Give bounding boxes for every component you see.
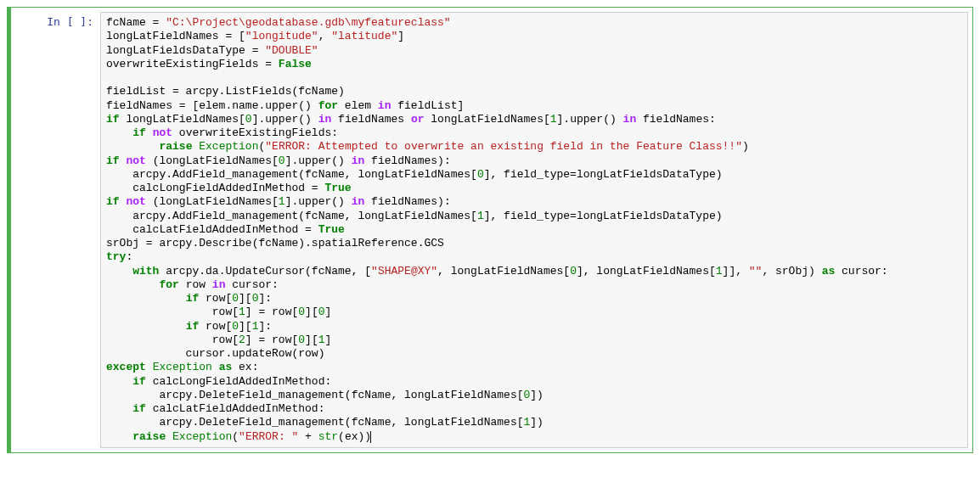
- code-text: cursor:: [835, 265, 887, 278]
- code-text: ].upper(): [252, 113, 318, 126]
- code-text: 0: [318, 306, 325, 318]
- code-text: if: [132, 126, 146, 139]
- code-text: as: [822, 265, 836, 278]
- code-text: [106, 320, 186, 333]
- code-text: (ex)): [338, 430, 371, 443]
- code-text: fieldList]: [391, 99, 464, 112]
- code-text: arcpy.DeleteField_management(fcName, lon…: [106, 389, 523, 401]
- code-text: with: [132, 265, 159, 278]
- code-text: [106, 430, 132, 443]
- code-text: ]): [530, 416, 544, 429]
- code-text: overwriteExistingFields =: [106, 58, 279, 70]
- code-text: as: [219, 361, 233, 373]
- code-text: cursor.updateRow(row): [106, 347, 324, 360]
- code-text: [106, 265, 132, 278]
- notebook-cell: In [ ]: fcName = "C:\Project\geodatabase…: [7, 7, 973, 453]
- code-text: in: [212, 278, 226, 291]
- code-text: ]: [325, 334, 332, 346]
- code-text: "ERROR: ": [239, 430, 298, 443]
- code-text: ]: [397, 30, 404, 42]
- code-text: [106, 402, 132, 415]
- code-text: ][: [305, 306, 318, 318]
- code-text: ].upper(): [285, 195, 352, 208]
- code-text: 0: [477, 168, 484, 181]
- code-text: fieldNames: [331, 113, 411, 126]
- code-text: 1: [239, 306, 245, 318]
- code-text: in: [318, 113, 332, 126]
- code-text: if: [106, 154, 120, 167]
- code-text: for: [318, 99, 338, 112]
- code-text: ][: [305, 334, 318, 346]
- text-cursor-icon: [370, 431, 371, 443]
- code-text: ]],: [723, 265, 749, 278]
- code-text: if: [106, 195, 120, 208]
- code-text: try: [106, 250, 126, 263]
- code-text: ]): [530, 389, 544, 401]
- code-text: raise: [159, 140, 192, 153]
- code-text: ], longLatFieldNames[: [577, 265, 716, 278]
- code-text: not: [126, 195, 145, 208]
- code-text: [106, 292, 186, 305]
- code-text: arcpy.AddField_management(fcName, longLa…: [106, 168, 477, 181]
- code-text: if: [132, 402, 146, 415]
- code-text: longLatFieldNames[: [425, 113, 550, 126]
- code-text: [106, 278, 159, 291]
- code-text: ].upper(): [557, 113, 623, 126]
- code-text: ], field_type=longLatFieldsDataType): [484, 168, 723, 181]
- code-text: except: [106, 361, 146, 373]
- code-text: fcName =: [106, 16, 166, 29]
- code-text: cursor:: [225, 278, 278, 291]
- code-text: (: [232, 430, 239, 443]
- code-text: if: [106, 113, 120, 126]
- code-text: [212, 361, 219, 373]
- code-text: ]: [325, 306, 332, 318]
- code-text: True: [324, 182, 351, 194]
- code-text: "": [749, 265, 763, 278]
- code-text: arcpy.da.UpdateCursor(fcName, [: [159, 265, 371, 278]
- code-text: row[: [199, 292, 232, 305]
- code-text: Exception: [153, 361, 212, 373]
- code-text: ].upper(): [285, 154, 352, 167]
- code-text: in: [623, 113, 637, 126]
- code-text: overwriteExistingFields:: [172, 126, 338, 139]
- code-input[interactable]: fcName = "C:\Project\geodatabase.gdb\myf…: [100, 12, 968, 448]
- code-text: str: [318, 430, 338, 443]
- code-text: [146, 361, 153, 373]
- code-text: 0: [245, 113, 252, 126]
- code-text: [106, 140, 159, 153]
- code-text: 1: [279, 195, 285, 208]
- code-text: longLatFieldsDataType =: [106, 44, 265, 57]
- code-text: in: [378, 99, 391, 112]
- code-text: Exception: [199, 140, 258, 153]
- code-text: 0: [570, 265, 577, 278]
- code-text: elem: [338, 99, 378, 112]
- code-text: [106, 375, 132, 388]
- cell-prompt: In [ ]:: [11, 12, 100, 448]
- code-text: for: [159, 278, 178, 291]
- code-text: "longitude": [245, 30, 318, 42]
- code-text: fieldList = arcpy.ListFields(fcName): [106, 85, 345, 98]
- code-text: row[: [106, 334, 239, 346]
- code-text: calcLatFieldAddedInMethod =: [106, 223, 318, 236]
- code-text: , srObj): [762, 265, 821, 278]
- code-text: (longLatFieldNames[: [146, 195, 279, 208]
- code-text: longLatFieldNames[: [120, 113, 245, 126]
- code-text: ][: [239, 292, 252, 305]
- code-text: ,: [318, 30, 332, 42]
- code-text: 1: [477, 210, 484, 222]
- code-text: 0: [232, 320, 239, 333]
- code-text: True: [318, 223, 345, 236]
- code-text: 0: [279, 154, 285, 167]
- code-text: arcpy.AddField_management(fcName, longLa…: [106, 210, 477, 222]
- code-text: fieldNames:: [636, 113, 716, 126]
- code-text: if: [132, 375, 146, 388]
- code-text: calcLongFieldAddedInMethod =: [106, 182, 324, 194]
- code-text: , longLatFieldNames[: [437, 265, 570, 278]
- code-text: ], field_type=longLatFieldsDataType): [484, 210, 723, 222]
- code-text: "C:\Project\geodatabase.gdb\myfeaturecla…: [166, 16, 450, 29]
- code-text: calcLongFieldAddedInMethod:: [146, 375, 331, 388]
- code-text: 0: [298, 334, 305, 346]
- code-text: row[: [106, 306, 239, 318]
- code-text: 2: [239, 334, 245, 346]
- code-text: arcpy.DeleteField_management(fcName, lon…: [106, 416, 523, 429]
